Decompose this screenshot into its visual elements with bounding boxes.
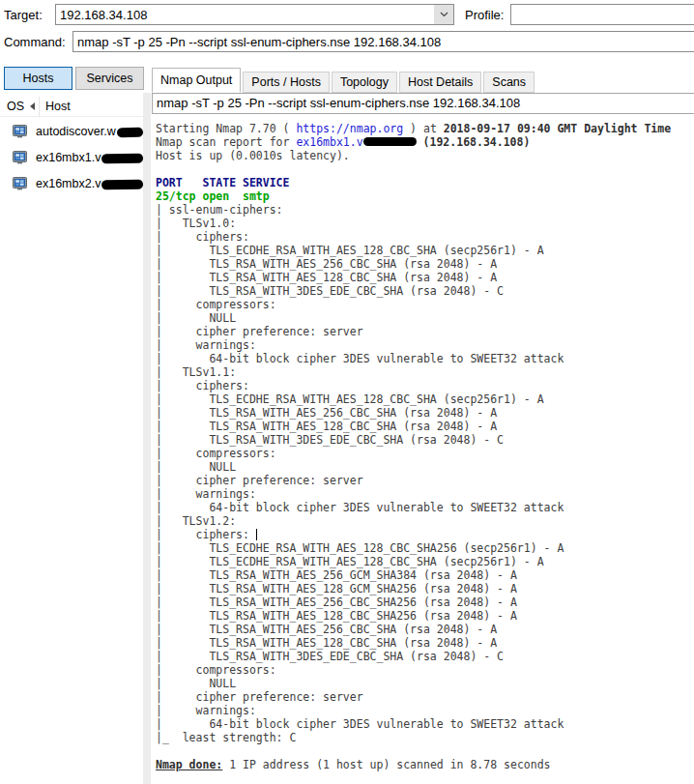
output-line: | TLS_RSA_WITH_3DES_EDE_CBC_SHA (rsa 204… [156,284,694,298]
output-text: | TLS_RSA_WITH_AES_256_CBC_SHA (rsa 2048… [156,257,497,271]
sort-arrow-icon [30,102,35,110]
output-line: | 64-bit block cipher 3DES vulnerable to… [156,501,694,514]
output-line: | TLS_RSA_WITH_3DES_EDE_CBC_SHA (rsa 204… [156,650,694,663]
output-text: 2018-09-17 09:40 GMT Daylight Time [444,122,671,135]
output-text: 25/tcp open smtp [156,189,270,203]
output-line: | TLSv1.2: [156,514,694,528]
host-row[interactable]: autodiscover.w [0,118,143,144]
target-combobox[interactable] [55,4,454,25]
output-text: | TLS_RSA_WITH_AES_128_CBC_SHA (rsa 2048… [156,420,497,433]
os-column-header[interactable]: OS [7,100,24,113]
windows-host-icon [13,151,27,164]
output-line: | TLS_ECDHE_RSA_WITH_AES_128_CBC_SHA256 … [156,541,694,555]
output-line: | ciphers: [156,230,694,244]
tab-nmap-output[interactable]: Nmap Output [152,68,241,93]
output-line: 25/tcp open smtp [156,189,694,203]
output-line: |_ least strength: C [156,731,694,744]
output-text: | TLS_RSA_WITH_AES_128_CBC_SHA (rsa 2048… [156,636,497,650]
output-line: | warnings: [156,487,694,501]
output-line: | TLS_RSA_WITH_AES_256_CBC_SHA (rsa 2048… [156,623,694,636]
output-line: PORT STATE SERVICE [156,176,694,189]
output-line: | compressors: [156,663,694,677]
output-text: | 64-bit block cipher 3DES vulnerable to… [156,352,564,365]
output-text: 1 IP address (1 host up) scanned in 8.78… [222,758,550,771]
output-text: | warnings: [156,704,263,717]
output-line: | compressors: [156,298,694,311]
output-line: Starting Nmap 7.70 ( https://nmap.org ) … [156,122,694,135]
tab-topology[interactable]: Topology [332,72,397,93]
host-name: ex16mbx1.v [36,151,101,164]
output-text: | compressors: [156,447,283,460]
host-column-header[interactable]: Host [45,100,71,113]
output-text: | TLSv1.1: [156,365,243,379]
output-text: | TLSv1.0: [156,217,243,230]
output-text: | TLS_ECDHE_RSA_WITH_AES_128_CBC_SHA (se… [156,392,544,406]
output-line: | NULL [156,460,694,474]
windows-host-icon [13,125,27,138]
output-link-text: https://nmap.org [296,122,403,135]
output-line [156,162,694,176]
target-label: Target: [4,8,43,22]
host-list-header[interactable]: OS Host [0,97,143,117]
output-line: | ssl-enum-ciphers: [156,203,694,217]
output-text: | cipher preference: server [156,474,363,487]
output-text: | ciphers: [156,528,256,541]
host-row[interactable]: ex16mbx2.v [0,170,143,196]
command-input[interactable] [72,31,694,52]
output-text: | TLS_RSA_WITH_AES_256_GCM_SHA384 (rsa 2… [156,568,517,582]
services-button-label: Services [87,72,133,85]
nmap-output-textview[interactable]: Starting Nmap 7.70 ( https://nmap.org ) … [152,118,694,784]
output-line: | TLS_RSA_WITH_AES_128_CBC_SHA (rsa 2048… [156,636,694,650]
profile-input[interactable] [510,4,694,25]
output-text: | TLS_RSA_WITH_3DES_EDE_CBC_SHA (rsa 204… [156,433,504,447]
output-line: | cipher preference: server [156,325,694,338]
tab-scans[interactable]: Scans [483,72,535,93]
output-text: | NULL [156,460,243,474]
output-line: | TLS_RSA_WITH_AES_256_CBC_SHA256 (rsa 2… [156,595,694,609]
output-text: | NULL [156,677,243,690]
redaction-scribble [117,127,143,136]
output-text: | TLS_RSA_WITH_AES_128_GCM_SHA256 (rsa 2… [156,582,517,595]
output-text: | TLS_RSA_WITH_AES_128_CBC_SHA (rsa 2048… [156,271,497,284]
tab-host-details[interactable]: Host Details [399,72,481,93]
output-text: | NULL [156,311,243,325]
output-text: | TLS_RSA_WITH_AES_128_CBC_SHA256 (rsa 2… [156,609,517,623]
output-text: | compressors: [156,298,283,311]
output-line [156,744,694,758]
output-line: | TLS_RSA_WITH_AES_128_CBC_SHA256 (rsa 2… [156,609,694,623]
output-line: | TLS_RSA_WITH_AES_256_CBC_SHA (rsa 2048… [156,406,694,420]
tab-ports-hosts[interactable]: Ports / Hosts [243,72,330,93]
output-line: | TLSv1.1: [156,365,694,379]
command-label: Command: [4,35,66,49]
output-line: | warnings: [156,338,694,352]
pane-splitter[interactable] [143,93,151,784]
profile-label: Profile: [465,8,504,22]
output-line: | TLS_RSA_WITH_AES_256_CBC_SHA (rsa 2048… [156,257,694,271]
chevron-down-icon[interactable] [434,5,453,24]
output-line: | warnings: [156,704,694,717]
output-text [417,135,423,149]
text-cursor [256,529,257,540]
output-text: | TLS_ECDHE_RSA_WITH_AES_128_CBC_SHA (se… [156,555,544,568]
output-text: ) at [403,122,444,135]
output-text: | TLS_ECDHE_RSA_WITH_AES_128_CBC_SHA (se… [156,244,544,257]
scan-result-combobox[interactable]: nmap -sT -p 25 -Pn --script ssl-enum-cip… [152,93,694,114]
output-text: Nmap scan report for [156,135,296,149]
output-line: | TLS_RSA_WITH_AES_128_CBC_SHA (rsa 2048… [156,420,694,433]
output-line: | cipher preference: server [156,690,694,704]
output-line: | ciphers: [156,379,694,392]
output-line: | TLS_RSA_WITH_AES_128_GCM_SHA256 (rsa 2… [156,582,694,595]
output-text: | TLS_ECDHE_RSA_WITH_AES_128_CBC_SHA256 … [156,541,564,555]
services-button[interactable]: Services [75,67,144,90]
host-row[interactable]: ex16mbx1.v [0,144,143,170]
output-line: | TLS_RSA_WITH_AES_256_GCM_SHA384 (rsa 2… [156,568,694,582]
hosts-button[interactable]: Hosts [4,67,72,90]
output-text: | ciphers: [156,379,256,392]
output-text: | TLS_RSA_WITH_3DES_EDE_CBC_SHA (rsa 204… [156,650,504,663]
host-name: autodiscover.w [36,125,116,138]
output-line: | TLS_ECDHE_RSA_WITH_AES_128_CBC_SHA (se… [156,392,694,406]
output-line: | TLS_ECDHE_RSA_WITH_AES_128_CBC_SHA (se… [156,555,694,568]
target-input[interactable] [55,4,454,25]
output-text: Host is up (0.0010s latency). [156,149,350,162]
output-text: PORT STATE SERVICE [156,176,289,189]
